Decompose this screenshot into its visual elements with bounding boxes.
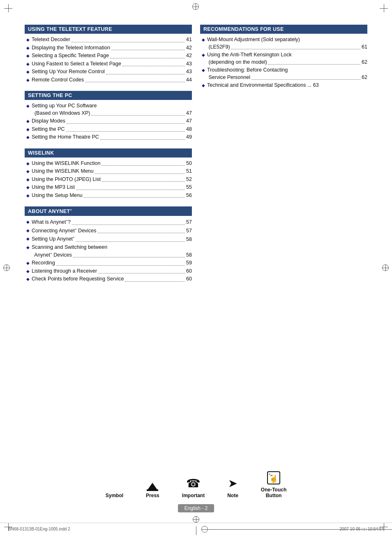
dot-leader (84, 197, 185, 198)
dot-leader (98, 273, 185, 273)
list-item: ◆ Technical and Environmental Specificat… (202, 82, 367, 89)
triangle-icon (147, 483, 158, 491)
list-item: ◆ Remote Control Codes 44 (26, 76, 192, 84)
teletext-items: ◆ Teletext Decoder 41 ◆ Displaying the T… (25, 36, 192, 83)
item-text: (depending on the model) (207, 59, 267, 66)
dot-leader (106, 74, 185, 74)
page-number: 55 (186, 184, 192, 191)
note-icon-wrapper: ➤ (228, 476, 237, 491)
telephone-icon: ☎ (186, 478, 201, 489)
item-text: Setting Up Your Remote Control (32, 68, 105, 76)
bullet-icon: ◆ (26, 37, 30, 43)
symbols-row: Symbol Press ☎ Important ➤ (106, 470, 287, 498)
bullet-icon: ◆ (202, 67, 205, 73)
list-item: ◆ Setting up Your PC Software (Based on … (26, 102, 192, 117)
dot-leader (76, 190, 185, 190)
list-item: ◆ Using the Anti-Theft Kensington Lock (… (202, 51, 367, 66)
bullet-icon: ◆ (26, 276, 30, 282)
symbol-item-note: ➤ Note (227, 476, 238, 498)
page-number: 48 (186, 126, 192, 133)
setting-pc-section: SETTING THE PC ◆ Setting up Your PC Soft… (25, 91, 192, 141)
list-item: ◆ Using the MP3 List 55 (26, 184, 192, 191)
bullet-icon: ◆ (26, 127, 30, 132)
main-content: USING THE TELETEXT FEATURE ◆ Teletext De… (25, 25, 367, 290)
item-text: What is Anynet+? (32, 218, 71, 226)
dot-leader (125, 281, 185, 282)
anynet-items: ◆ What is Anynet+? 57 ◆ Connecting Anyne… (25, 218, 192, 283)
wiselink-section: WISELINK ◆ Using the WISELINK Function 5… (25, 148, 192, 199)
page-number: 61 (362, 44, 367, 51)
page-number: 42 (186, 52, 192, 60)
page-number: 47 (186, 110, 192, 117)
recommendations-items: ◆ Wall-Mount Adjustment (Sold separately… (200, 36, 367, 89)
dot-leader (71, 42, 185, 42)
page-number: 59 (186, 259, 192, 267)
item-text: Connecting Anynet+ Devices (32, 227, 97, 235)
onetouch-box-icon: ⁰ₘ ☝ (267, 471, 280, 484)
bullet-icon: ◆ (26, 236, 30, 242)
item-text: Teletext Decoder (32, 36, 70, 44)
item-text: Recording (32, 259, 55, 267)
bullet-icon: ◆ (26, 45, 30, 51)
bullet-icon: ◆ (26, 193, 30, 199)
page-number: 44 (186, 76, 192, 84)
list-item: ◆ Using the PHOTO (JPEG) List 52 (26, 176, 192, 183)
item-text: Setting the PC (32, 126, 65, 133)
bullet-icon: ◆ (26, 118, 30, 124)
setting-pc-items: ◆ Setting up Your PC Software (Based on … (25, 102, 192, 141)
dot-leader (111, 50, 185, 50)
list-item: ◆ Check Points before Requesting Service… (26, 276, 192, 283)
dot-leader (101, 165, 185, 166)
right-center-mark (382, 264, 389, 271)
page-number: 43 (186, 60, 192, 68)
bullet-icon: ◆ (26, 269, 30, 274)
footer-symbols-area: Symbol Press ☎ Important ➤ (25, 470, 367, 512)
right-column: RECOMMENDATIONS FOR USE ◆ Wall-Mount Adj… (200, 25, 367, 290)
bullet-icon: ◆ (202, 52, 205, 58)
list-item: ◆ Displaying the Teletext Information 42 (26, 44, 192, 52)
anynet-section: ABOUT ANYNET+ ◆ What is Anynet+? 57 ◆ (25, 206, 192, 283)
list-item: ◆ Scanning and Switching between Anynet+… (26, 244, 192, 259)
bullet-icon: ◆ (26, 228, 30, 234)
bullet-icon: ◆ (26, 177, 30, 183)
item-text: Setting Up Anynet+ (32, 235, 75, 243)
page-number: 52 (186, 176, 192, 183)
note-label: Note (227, 493, 238, 498)
bullet-icon: ◆ (26, 245, 30, 250)
press-icon-wrapper (147, 476, 158, 491)
item-text: Using Fastext to Select a Teletext Page (32, 60, 121, 68)
item-text: (Based on Windows XP) (32, 110, 90, 117)
dot-leader (56, 265, 185, 266)
page-number: 58 (186, 252, 192, 259)
dot-leader (100, 139, 185, 140)
item-text: Setting up Your PC Software (32, 102, 97, 110)
bullet-icon: ◆ (26, 53, 30, 59)
page-number: 58 (186, 236, 192, 243)
english-badge: English - 2 (178, 504, 214, 512)
item-text: (LE52F9) (207, 44, 230, 51)
page-number: 60 (186, 268, 192, 275)
dot-leader (85, 82, 185, 82)
item-text: Selecting a Specific Teletext Page (32, 52, 109, 60)
dot-leader (102, 181, 185, 182)
dot-leader (122, 66, 185, 66)
bullet-icon: ◆ (26, 161, 30, 167)
recommendations-section: RECOMMENDATIONS FOR USE ◆ Wall-Mount Adj… (200, 25, 367, 89)
bullet-icon: ◆ (26, 185, 30, 190)
bullet-icon: ◆ (26, 134, 30, 140)
list-item: ◆ Setting Up Your Remote Control 43 (26, 68, 192, 76)
wiselink-header: WISELINK (25, 148, 192, 157)
page-number: 62 (362, 59, 367, 66)
page-number: 50 (186, 160, 192, 167)
page-number: 56 (186, 192, 192, 199)
bullet-icon: ◆ (26, 77, 30, 83)
dot-leader (268, 64, 360, 65)
arrow-icon: ➤ (228, 479, 237, 489)
item-text: Anynet+ Devices (32, 251, 72, 259)
list-item: ◆ Setting Up Anynet+ 58 (26, 235, 192, 243)
bullet-icon: ◆ (202, 37, 205, 43)
item-text: Service Personnel (207, 74, 250, 81)
dot-leader (73, 257, 185, 257)
item-text: Using the PHOTO (JPEG) List (32, 176, 101, 183)
list-item: ◆ Using Fastext to Select a Teletext Pag… (26, 60, 192, 68)
